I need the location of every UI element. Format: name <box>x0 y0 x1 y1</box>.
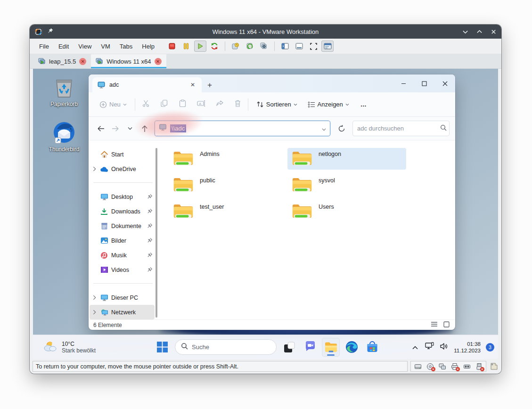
taskbar-search-input[interactable] <box>192 344 262 351</box>
vm-tab[interactable]: Windows 11 x64✕ <box>91 54 166 68</box>
explorer-maximize-button[interactable] <box>414 74 434 92</box>
taskbar-task-view-button[interactable] <box>280 338 298 357</box>
menu-tabs[interactable]: Tabs <box>115 41 137 52</box>
fullscreen-icon[interactable] <box>307 41 319 52</box>
start-button[interactable] <box>153 338 171 357</box>
sidebar-item-videos[interactable]: Videos <box>90 262 155 277</box>
vm-tab[interactable]: leap_15.5✕ <box>33 54 91 68</box>
folder-icon <box>291 176 313 193</box>
share-icon[interactable] <box>216 99 224 109</box>
vm-tab-close-icon[interactable]: ✕ <box>79 58 86 65</box>
message-log-icon[interactable] <box>489 361 499 372</box>
taskbar-store-button[interactable] <box>363 338 381 357</box>
refresh-icon[interactable] <box>335 122 348 136</box>
taskbar-chat-button[interactable] <box>301 338 319 357</box>
new-tab-button[interactable]: + <box>207 81 212 90</box>
menu-vm[interactable]: VM <box>96 41 115 52</box>
address-bar[interactable]: \\adc <box>155 121 330 136</box>
library-panel-icon[interactable] <box>279 41 291 52</box>
more-button-label: … <box>360 101 367 108</box>
address-text-selected[interactable]: \\adc <box>170 124 186 132</box>
network-tray-icon[interactable] <box>425 342 434 352</box>
edge-icon <box>345 341 358 353</box>
volume-tray-icon[interactable] <box>440 343 449 352</box>
vm-tab-close-icon[interactable]: ✕ <box>155 58 162 65</box>
sidebar-item-downloads[interactable]: Downloads <box>90 204 155 219</box>
sidebar-item-dieser-pc[interactable]: Dieser PC <box>90 290 155 305</box>
taskbar-explorer-button[interactable] <box>322 338 340 357</box>
folder-icon <box>291 202 313 220</box>
back-button[interactable] <box>94 122 107 135</box>
folder-tile-test_user[interactable]: test_user <box>169 201 287 222</box>
folder-tile-netlogon[interactable]: netlogon <box>287 148 406 170</box>
close-button[interactable] <box>490 28 497 35</box>
recent-locations-icon[interactable] <box>123 122 136 135</box>
sidebar-item-dokumente[interactable]: Dokumente <box>90 219 155 233</box>
paste-icon[interactable] <box>179 99 187 109</box>
folder-tile-admins[interactable]: Admins <box>169 148 287 170</box>
network-adapter-icon[interactable] <box>438 362 446 370</box>
play-icon[interactable] <box>194 41 206 52</box>
pause-icon[interactable] <box>180 41 192 52</box>
snapshot-manager-icon[interactable] <box>258 41 270 52</box>
desktop-icon-label: Thunderbird <box>49 146 80 153</box>
reset-icon[interactable] <box>208 41 221 52</box>
device-error-badge: ✕ <box>480 367 484 371</box>
hard-disk-icon[interactable] <box>414 362 422 370</box>
folder-tile-users[interactable]: Users <box>287 201 406 222</box>
view-button[interactable]: Anzeigen <box>304 98 352 111</box>
snapshot-take-icon[interactable] <box>229 41 242 52</box>
console-view-icon[interactable] <box>321 41 334 52</box>
chevron-right-icon[interactable] <box>91 310 97 315</box>
new-button[interactable]: Neu <box>96 98 130 111</box>
tray-chevron-up-icon[interactable] <box>410 343 420 352</box>
sidebar-item-netzwerk[interactable]: Netzwerk <box>90 305 155 319</box>
taskbar-clock[interactable]: 01:38 11.12.2023 <box>454 341 481 354</box>
explorer-close-button[interactable] <box>434 74 455 92</box>
search-icon[interactable] <box>440 124 447 133</box>
chevron-right-icon[interactable] <box>91 166 97 172</box>
serial-port-icon[interactable] <box>463 362 471 370</box>
desktop-icon-thunderbird[interactable]: Thunderbird <box>42 121 86 153</box>
sidebar-item-desktop[interactable]: Desktop <box>90 189 155 204</box>
sidebar-item-musik[interactable]: Musik <box>90 248 155 262</box>
rename-icon[interactable]: A <box>197 99 205 109</box>
explorer-tab[interactable]: adc ✕ <box>92 77 202 92</box>
large-icons-view-icon[interactable] <box>443 321 450 329</box>
folder-tile-sysvol[interactable]: sysvol <box>287 174 406 196</box>
sidebar-item-onedrive[interactable]: OneDrive <box>90 162 155 176</box>
chevron-right-icon[interactable] <box>91 295 97 300</box>
notification-badge[interactable]: 3 <box>486 343 494 352</box>
explorer-minimize-button[interactable] <box>393 74 414 92</box>
search-input[interactable] <box>357 125 440 132</box>
menu-file[interactable]: File <box>34 41 54 52</box>
up-button[interactable] <box>138 122 151 135</box>
printer-icon[interactable]: ✕ <box>450 362 458 370</box>
usb-icon[interactable]: ✕ <box>475 362 483 370</box>
menu-edit[interactable]: Edit <box>54 41 74 52</box>
forward-button[interactable] <box>109 122 122 135</box>
cut-icon[interactable] <box>142 99 150 109</box>
sort-button[interactable]: Sortieren <box>253 98 301 111</box>
weather-widget[interactable]: 10°C Stark bewölkt <box>39 335 99 359</box>
desktop-icon-papierkorb[interactable]: Papierkorb <box>42 76 86 107</box>
folder-tile-public[interactable]: public <box>169 174 287 196</box>
details-view-icon[interactable] <box>431 321 438 328</box>
snapshot-revert-icon[interactable] <box>244 41 256 52</box>
sidebar-item-start[interactable]: Start <box>90 147 155 162</box>
menu-view[interactable]: View <box>74 41 96 52</box>
menu-help[interactable]: Help <box>137 41 159 52</box>
stop-icon[interactable] <box>166 41 178 52</box>
delete-icon[interactable] <box>234 99 241 109</box>
minimize-button[interactable] <box>462 28 468 35</box>
cd-rom-icon[interactable]: ✕ <box>426 362 434 370</box>
address-dropdown-icon[interactable] <box>322 124 326 133</box>
copy-icon[interactable] <box>160 99 168 109</box>
taskbar-edge-button[interactable] <box>343 338 360 357</box>
tab-close-icon[interactable]: ✕ <box>188 82 197 88</box>
maximize-button[interactable] <box>476 28 483 35</box>
sidebar-scrollbar[interactable] <box>156 148 157 318</box>
thumbnail-bar-icon[interactable] <box>293 41 305 52</box>
more-button[interactable]: … <box>357 98 370 111</box>
sidebar-item-bilder[interactable]: Bilder <box>90 233 155 248</box>
